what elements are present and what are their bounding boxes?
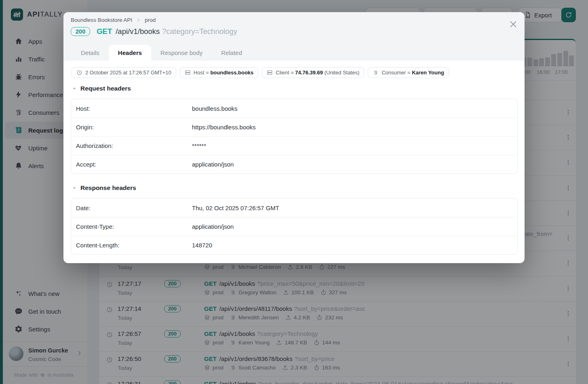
tab-related[interactable]: Related [212,45,251,61]
table-row: Host:boundless.books [71,99,517,118]
tab-headers[interactable]: Headers [109,45,151,61]
request-detail-modal: Boundless Bookstore API prod 200 GET /ap… [63,12,525,263]
modal-tabs: Details Headers Response body Related [72,45,251,61]
close-icon [509,20,518,29]
server-icon [185,70,191,76]
section-title: Response headers [80,184,136,192]
host-chip: Host = boundless.books [180,67,258,78]
request-meta-chips: 2 October 2025 at 17:26:57 GMT+10 Host =… [72,67,449,78]
consumer-chip: Consumer = Karen Young [368,67,449,78]
modal-header: Boundless Bookstore API prod 200 GET /ap… [63,12,525,61]
caret-down-icon [72,86,77,91]
tab-response-body[interactable]: Response body [151,45,212,61]
request-headers-section-toggle[interactable]: Request headers [72,85,131,92]
response-headers-table: Date:Thu, 02 Oct 2025 07:26:57 GMT Conte… [71,198,518,255]
status-badge: 200 [71,27,90,36]
table-row: Content-Type:application/json [71,217,517,236]
fingerprint-icon [373,70,379,76]
table-row: Authorization:****** [71,136,517,155]
table-row: Date:Thu, 02 Oct 2025 07:26:57 GMT [71,198,517,217]
request-method: GET [97,27,112,36]
breadcrumb-env: prod [145,17,156,23]
table-row: Origin:https://boundless.books [71,118,517,136]
timestamp-chip: 2 October 2025 at 17:26:57 GMT+10 [72,67,176,78]
request-title: 200 GET /api/v1/books ?category=Technolo… [71,27,237,36]
tab-details[interactable]: Details [72,45,109,61]
chevron-right-icon [136,17,141,23]
breadcrumb-app: Boundless Bookstore API [71,17,132,23]
request-headers-table: Host:boundless.books Origin:https://boun… [71,99,518,174]
table-row: Accept:application/json [71,155,517,173]
request-path: /api/v1/books [116,27,160,36]
app-root: APITALLY Apps Traffic Errors Performance… [0,0,588,384]
close-button[interactable] [508,19,519,30]
breadcrumb: Boundless Bookstore API prod [71,17,156,23]
clock-icon [76,70,82,76]
section-title: Request headers [80,85,131,92]
server-icon [267,70,273,76]
caret-down-icon [72,185,77,191]
request-query: ?category=Technology [162,27,237,36]
response-headers-section-toggle[interactable]: Response headers [72,184,136,192]
table-row: Content-Length:148720 [71,236,517,254]
client-chip: Client = 74.76.39.69 (United States) [262,67,364,78]
